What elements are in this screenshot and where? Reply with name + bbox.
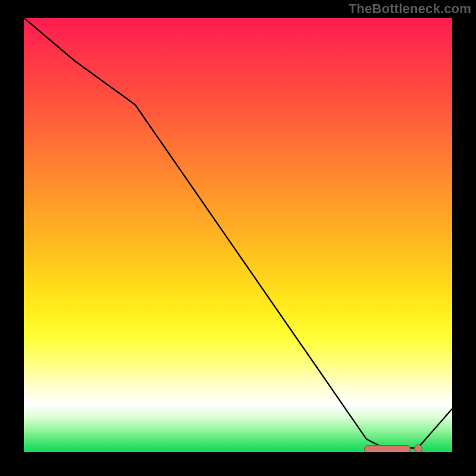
chart-stage: TheBottleneck.com <box>0 0 476 476</box>
optimal-range-marker <box>364 445 411 452</box>
optimal-end-dot <box>414 444 422 452</box>
bottleneck-curve <box>24 18 452 452</box>
watermark-text: TheBottleneck.com <box>349 1 471 17</box>
plot-area <box>24 18 452 452</box>
